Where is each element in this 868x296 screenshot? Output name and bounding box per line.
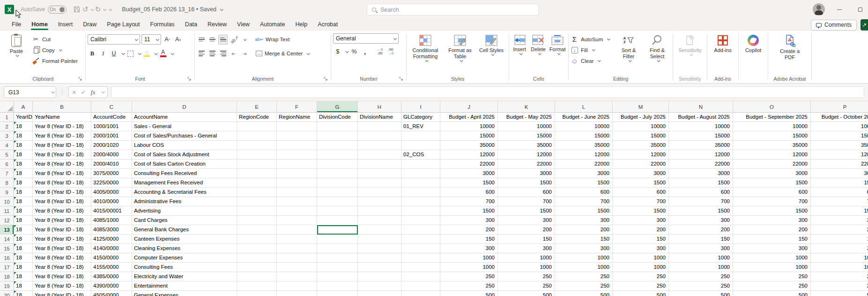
cell-L2[interactable]: 10000: [555, 122, 613, 131]
row-header-15[interactable]: 15: [0, 244, 14, 253]
cell-O19[interactable]: 250: [733, 281, 811, 291]
cell-I1[interactable]: GLCategory: [401, 113, 440, 122]
cell-C16[interactable]: 4150/0000: [91, 253, 132, 263]
row-header-13[interactable]: 13: [0, 225, 14, 235]
cell-D2[interactable]: Sales - General: [132, 122, 237, 131]
cell-G17[interactable]: [317, 263, 358, 272]
cell-C7[interactable]: 3075/0000: [91, 169, 132, 178]
cell-G19[interactable]: [317, 281, 358, 291]
save-button[interactable]: [73, 6, 81, 13]
comments-button[interactable]: Comments: [811, 20, 857, 30]
cell-B10[interactable]: Year 8 (Year ID - 18): [33, 197, 91, 206]
cell-G16[interactable]: [317, 253, 358, 263]
cell-I9[interactable]: [401, 188, 440, 197]
cell-L18[interactable]: 250: [555, 272, 613, 281]
cell-L14[interactable]: 150: [555, 235, 613, 244]
column-header-K[interactable]: K: [498, 101, 555, 113]
column-header-O[interactable]: O: [733, 101, 811, 113]
cell-E15[interactable]: [237, 244, 277, 253]
cell-H15[interactable]: [358, 244, 401, 253]
cell-J12[interactable]: 300: [440, 216, 498, 225]
cell-M14[interactable]: 150: [613, 235, 669, 244]
cell-I4[interactable]: [401, 141, 440, 150]
cell-E7[interactable]: [237, 169, 277, 178]
cell-F5[interactable]: [277, 150, 317, 159]
cell-K19[interactable]: 250: [498, 281, 555, 291]
cell-F3[interactable]: [277, 131, 317, 141]
percent-button[interactable]: %: [349, 47, 359, 57]
tab-automate[interactable]: Automate: [255, 20, 290, 30]
cell-K1[interactable]: Budget - May 2025: [498, 113, 555, 122]
cell-A6[interactable]: 18: [14, 159, 33, 169]
column-header-N[interactable]: N: [669, 101, 733, 113]
cell-M19[interactable]: 250: [613, 281, 669, 291]
formula-input[interactable]: [111, 86, 864, 98]
fill-color-button[interactable]: ◌: [142, 49, 151, 59]
user-avatar[interactable]: [813, 3, 825, 15]
cell-J19[interactable]: 250: [440, 281, 498, 291]
row-header-1[interactable]: 1: [0, 113, 14, 122]
cell-K14[interactable]: 150: [498, 235, 555, 244]
cell-K13[interactable]: 200: [498, 225, 555, 235]
cell-C18[interactable]: 4385/0000: [91, 272, 132, 281]
cell-E2[interactable]: [237, 122, 277, 131]
tab-draw[interactable]: Draw: [78, 20, 102, 30]
cell-B9[interactable]: Year 8 (Year ID - 18): [33, 188, 91, 197]
row-header-17[interactable]: 17: [0, 263, 14, 272]
column-header-L[interactable]: L: [555, 101, 613, 113]
cell-A16[interactable]: 18: [14, 253, 33, 263]
cell-F2[interactable]: [277, 122, 317, 131]
cell-I20[interactable]: [401, 291, 440, 296]
cell-L1[interactable]: Budget - June 2025: [555, 113, 613, 122]
cell-B8[interactable]: Year 8 (Year ID - 18): [33, 178, 91, 188]
cell-H8[interactable]: [358, 178, 401, 188]
cell-C12[interactable]: 4085/1000: [91, 216, 132, 225]
copilot-button[interactable]: Copilot: [741, 33, 766, 53]
cell-K6[interactable]: 22000: [498, 159, 555, 169]
cell-P8[interactable]: 1500: [811, 178, 868, 188]
cell-P13[interactable]: 200: [811, 225, 868, 235]
share-button[interactable]: ↗: [861, 19, 868, 30]
cell-H14[interactable]: [358, 235, 401, 244]
conditional-formatting-button[interactable]: Conditional Formatting: [408, 33, 442, 62]
row-header-7[interactable]: 7: [0, 169, 14, 178]
cell-J6[interactable]: 22000: [440, 159, 498, 169]
row-header-4[interactable]: 4: [0, 141, 14, 150]
cell-J14[interactable]: 150: [440, 235, 498, 244]
cell-E9[interactable]: [237, 188, 277, 197]
column-header-C[interactable]: C: [91, 101, 132, 113]
cell-K5[interactable]: 12000: [498, 150, 555, 159]
currency-button[interactable]: $: [333, 47, 342, 57]
column-header-P[interactable]: P: [811, 101, 868, 113]
cell-M13[interactable]: 200: [613, 225, 669, 235]
column-header-A[interactable]: A: [14, 101, 33, 113]
cell-E5[interactable]: [237, 150, 277, 159]
autosave-toggle[interactable]: On: [48, 6, 67, 14]
cell-F1[interactable]: RegionName: [277, 113, 317, 122]
minimize-button[interactable]: [833, 3, 846, 15]
cell-L20[interactable]: 500: [555, 291, 613, 296]
cell-L4[interactable]: 35000: [555, 141, 613, 150]
cell-K20[interactable]: 500: [498, 291, 555, 296]
cut-button[interactable]: ✂Cut: [32, 34, 78, 44]
cell-L11[interactable]: 1500: [555, 206, 613, 216]
cell-J8[interactable]: 1500: [440, 178, 498, 188]
cell-J4[interactable]: 35000: [440, 141, 498, 150]
cell-C3[interactable]: 2000/1001: [91, 131, 132, 141]
cell-I3[interactable]: [401, 131, 440, 141]
cell-G6[interactable]: [317, 159, 358, 169]
cell-J15[interactable]: 300: [440, 244, 498, 253]
cell-N15[interactable]: 300: [669, 244, 733, 253]
select-all-button[interactable]: [0, 101, 14, 113]
cell-K2[interactable]: 10000: [498, 122, 555, 131]
cell-G8[interactable]: [317, 178, 358, 188]
cell-M10[interactable]: 700: [613, 197, 669, 206]
cell-K8[interactable]: 1500: [498, 178, 555, 188]
cell-H13[interactable]: [358, 225, 401, 235]
cell-C14[interactable]: 4125/0000: [91, 235, 132, 244]
number-dialog-launcher[interactable]: [399, 77, 403, 81]
cell-G7[interactable]: [317, 169, 358, 178]
cell-O20[interactable]: 500: [733, 291, 811, 296]
cell-I11[interactable]: [401, 206, 440, 216]
cell-B11[interactable]: Year 8 (Year ID - 18): [33, 206, 91, 216]
